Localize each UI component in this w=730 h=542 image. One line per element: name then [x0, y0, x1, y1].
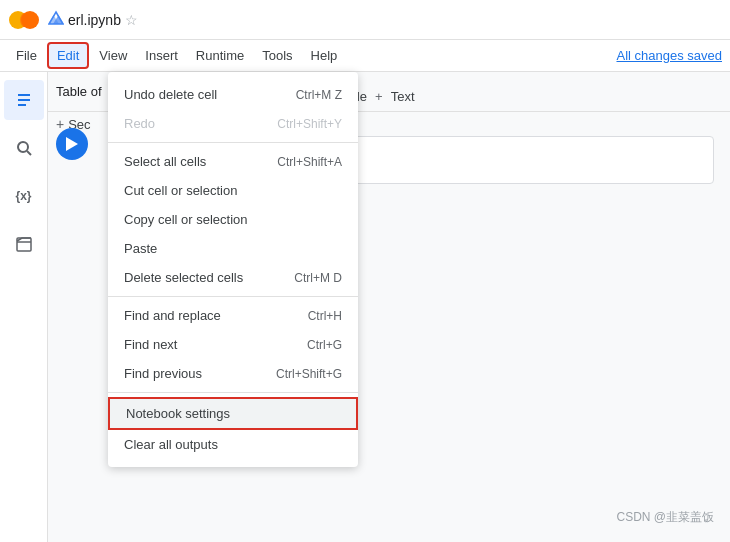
- find-next-label: Find next: [124, 337, 177, 352]
- copy-cell-label: Copy cell or selection: [124, 212, 248, 227]
- paste-label: Paste: [124, 241, 157, 256]
- menu-item-paste[interactable]: Paste: [108, 234, 358, 263]
- menu-item-notebook-settings[interactable]: Notebook settings: [108, 397, 358, 430]
- undo-delete-cell-shortcut: Ctrl+M Z: [296, 88, 342, 102]
- redo-shortcut: Ctrl+Shift+Y: [277, 117, 342, 131]
- menu-item-cut-cell[interactable]: Cut cell or selection: [108, 176, 358, 205]
- undo-delete-cell-label: Undo delete cell: [124, 87, 217, 102]
- menu-item-find-replace[interactable]: Find and replace Ctrl+H: [108, 301, 358, 330]
- menu-section-settings: Notebook settings Clear all outputs: [108, 393, 358, 463]
- edit-dropdown-menu: Undo delete cell Ctrl+M Z Redo Ctrl+Shif…: [108, 72, 358, 467]
- menu-section-undoredo: Undo delete cell Ctrl+M Z Redo Ctrl+Shif…: [108, 76, 358, 143]
- notebook-settings-label: Notebook settings: [126, 406, 230, 421]
- menu-section-find: Find and replace Ctrl+H Find next Ctrl+G…: [108, 297, 358, 393]
- menu-item-find-previous[interactable]: Find previous Ctrl+Shift+G: [108, 359, 358, 388]
- find-next-shortcut: Ctrl+G: [307, 338, 342, 352]
- select-all-shortcut: Ctrl+Shift+A: [277, 155, 342, 169]
- find-replace-shortcut: Ctrl+H: [308, 309, 342, 323]
- menu-item-find-next[interactable]: Find next Ctrl+G: [108, 330, 358, 359]
- clear-outputs-label: Clear all outputs: [124, 437, 218, 452]
- delete-cells-label: Delete selected cells: [124, 270, 243, 285]
- select-all-label: Select all cells: [124, 154, 206, 169]
- cut-cell-label: Cut cell or selection: [124, 183, 237, 198]
- delete-cells-shortcut: Ctrl+M D: [294, 271, 342, 285]
- menu-item-select-all[interactable]: Select all cells Ctrl+Shift+A: [108, 147, 358, 176]
- menu-item-undo-delete-cell[interactable]: Undo delete cell Ctrl+M Z: [108, 80, 358, 109]
- find-previous-label: Find previous: [124, 366, 202, 381]
- redo-label: Redo: [124, 116, 155, 131]
- menu-item-copy-cell[interactable]: Copy cell or selection: [108, 205, 358, 234]
- menu-item-clear-outputs[interactable]: Clear all outputs: [108, 430, 358, 459]
- find-replace-label: Find and replace: [124, 308, 221, 323]
- menu-item-delete-cells[interactable]: Delete selected cells Ctrl+M D: [108, 263, 358, 292]
- menu-section-cell-ops: Select all cells Ctrl+Shift+A Cut cell o…: [108, 143, 358, 297]
- menu-item-redo: Redo Ctrl+Shift+Y: [108, 109, 358, 138]
- find-previous-shortcut: Ctrl+Shift+G: [276, 367, 342, 381]
